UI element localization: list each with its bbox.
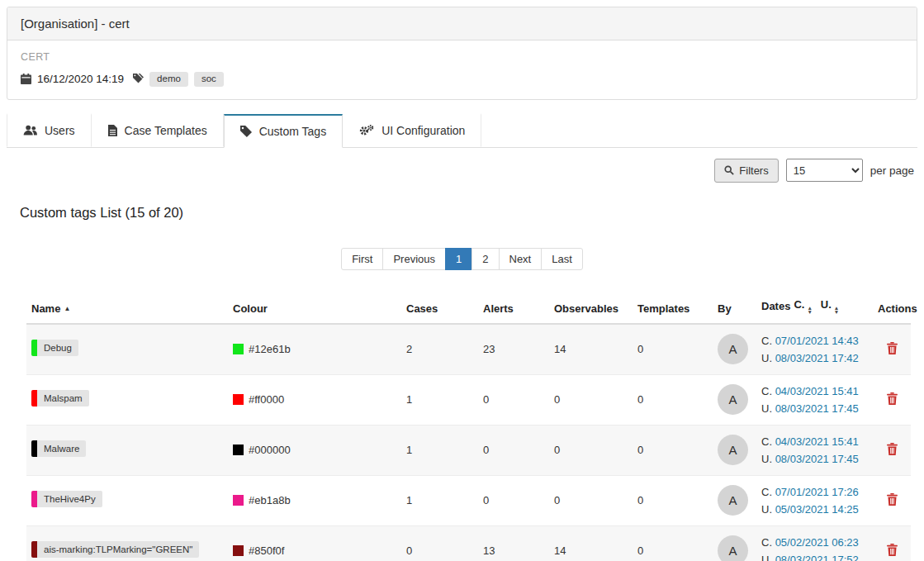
alerts-count: 0 <box>478 425 549 475</box>
org-panel: [Organisation] - cert CERT 16/12/2020 14… <box>7 7 917 100</box>
created-date-link[interactable]: 07/01/2021 17:26 <box>775 486 859 498</box>
sort-asc-icon: ▲ <box>64 305 70 312</box>
calendar-icon <box>21 74 31 84</box>
cases-count: 1 <box>401 425 478 475</box>
cases-count: 0 <box>401 525 478 561</box>
org-name: CERT <box>21 51 903 63</box>
avatar: A <box>718 435 748 465</box>
alerts-count: 13 <box>478 525 549 561</box>
observables-count: 0 <box>549 475 633 525</box>
sort-created[interactable]: C.▲▼ <box>794 298 817 315</box>
tag-color-strip <box>31 440 37 457</box>
created-label: C. <box>761 385 772 397</box>
tag-color-strip <box>31 491 37 507</box>
updated-date-link[interactable]: 08/03/2021 17:45 <box>775 402 859 415</box>
tab-label: Case Templates <box>125 124 207 137</box>
tag-name: Debug <box>37 340 78 356</box>
pagination-page-2[interactable]: 2 <box>471 248 499 270</box>
colour-hex: #000000 <box>249 444 291 456</box>
alerts-count: 0 <box>478 374 549 425</box>
created-date-link[interactable]: 07/01/2021 14:43 <box>775 335 859 347</box>
tag-icon <box>240 126 252 137</box>
observables-count: 0 <box>549 374 633 425</box>
filters-button[interactable]: Filters <box>714 159 778 183</box>
column-header-dates: Dates C.▲▼ U.▲▼ <box>756 290 873 324</box>
colour-hex: #850f0f <box>249 544 284 557</box>
updated-date-link[interactable]: 08/03/2021 17:52 <box>775 554 859 561</box>
created-date-link[interactable]: 05/02/2021 06:23 <box>775 536 859 549</box>
pagination-last[interactable]: Last <box>541 248 583 270</box>
updated-date-link[interactable]: 05/03/2021 14:25 <box>775 503 859 516</box>
updated-date-link[interactable]: 08/03/2021 17:42 <box>775 352 859 364</box>
created-label: C. <box>761 486 772 498</box>
column-header-by: By <box>713 290 756 324</box>
tag-color-strip <box>31 390 37 406</box>
templates-count: 0 <box>633 374 713 425</box>
delete-tag-button[interactable] <box>887 493 898 506</box>
custom-tags-table: Name▲ Colour Cases Alerts Observables Te… <box>7 290 917 561</box>
delete-tag-button[interactable] <box>887 443 898 455</box>
colour-swatch <box>233 344 244 354</box>
cases-count: 1 <box>401 374 478 425</box>
tab-users[interactable]: Users <box>7 113 92 147</box>
tag-name: ais-marking:TLPMarking="GREEN" <box>37 541 199 558</box>
colour-swatch <box>233 545 244 556</box>
list-title: Custom tags List (15 of 20) <box>20 205 917 221</box>
toolbar: Filters 15 per page <box>7 159 917 183</box>
observables-count: 0 <box>549 425 633 475</box>
delete-tag-button[interactable] <box>887 392 898 405</box>
avatar: A <box>718 485 748 516</box>
column-header-templates: Templates <box>633 290 713 324</box>
updated-label: U. <box>761 554 772 561</box>
table-row: TheHive4Py #eb1a8b 1 0 0 0 A C. 07/01/20… <box>26 475 911 525</box>
tab-label: UI Configuration <box>381 124 465 137</box>
tag-name: TheHive4Py <box>37 491 102 507</box>
avatar: A <box>718 334 748 364</box>
updated-date-link[interactable]: 08/03/2021 17:45 <box>775 453 859 465</box>
sort-both-icon: ▲▼ <box>834 306 839 315</box>
cases-count: 1 <box>401 475 478 525</box>
page-title: [Organisation] - cert <box>7 7 917 40</box>
org-meta: 16/12/2020 14:19 demo soc <box>21 72 903 87</box>
tags-icon <box>133 74 144 84</box>
org-tag: demo <box>149 72 188 87</box>
users-icon <box>23 125 37 135</box>
column-header-alerts: Alerts <box>478 290 549 324</box>
pagination-page-1[interactable]: 1 <box>445 248 472 270</box>
delete-tag-button[interactable] <box>887 544 898 556</box>
created-label: C. <box>761 536 772 549</box>
tab-ui-configuration[interactable]: UI Configuration <box>343 113 481 147</box>
tag-color-strip <box>31 541 37 558</box>
page: [Organisation] - cert CERT 16/12/2020 14… <box>0 0 924 561</box>
gears-icon <box>359 124 374 136</box>
colour-swatch <box>233 445 244 455</box>
delete-tag-button[interactable] <box>887 342 898 354</box>
alerts-count: 0 <box>478 475 549 525</box>
pagination: First Previous 1 2 Next Last <box>7 248 917 270</box>
pagination-previous[interactable]: Previous <box>382 248 446 270</box>
pagination-first[interactable]: First <box>341 248 383 270</box>
tab-case-templates[interactable]: Case Templates <box>92 113 224 147</box>
templates-count: 0 <box>633 425 713 475</box>
per-page-select[interactable]: 15 <box>786 159 863 182</box>
column-header-actions: Actions <box>873 290 911 324</box>
column-header-name[interactable]: Name▲ <box>26 290 228 324</box>
table-header-row: Name▲ Colour Cases Alerts Observables Te… <box>26 290 911 324</box>
column-header-colour: Colour <box>228 290 401 324</box>
avatar: A <box>718 384 748 415</box>
templates-count: 0 <box>633 525 713 561</box>
column-header-observables: Observables <box>549 290 633 324</box>
pagination-next[interactable]: Next <box>499 248 543 270</box>
tag-color-strip <box>31 340 37 356</box>
templates-count: 0 <box>633 324 713 375</box>
file-icon <box>108 125 117 136</box>
colour-swatch <box>233 495 244 506</box>
created-date-link[interactable]: 04/03/2021 15:41 <box>775 385 859 397</box>
colour-hex: #eb1a8b <box>249 494 291 506</box>
sort-updated[interactable]: U.▲▼ <box>821 298 844 315</box>
created-date-link[interactable]: 04/03/2021 15:41 <box>775 435 859 448</box>
per-page-label: per page <box>870 164 914 177</box>
created-label: C. <box>761 335 772 347</box>
updated-label: U. <box>761 402 772 415</box>
tab-custom-tags[interactable]: Custom Tags <box>224 114 343 148</box>
